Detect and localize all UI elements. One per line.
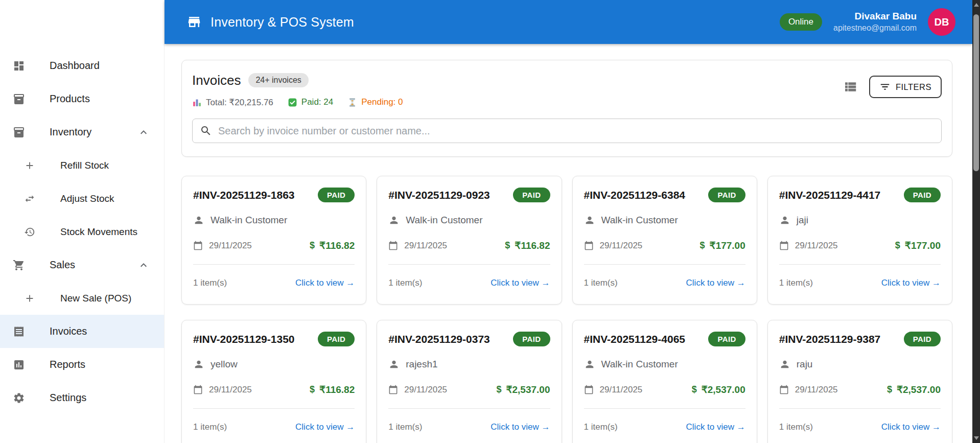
items-count: 1 item(s): [193, 422, 227, 432]
vertical-scrollbar[interactable]: [972, 0, 980, 443]
chevron-up-icon[interactable]: [137, 126, 150, 138]
items-count: 1 item(s): [584, 278, 618, 288]
sidebar-item-label: Invoices: [50, 325, 87, 337]
person-icon: [584, 359, 595, 370]
filters-button[interactable]: FILTERS: [869, 76, 942, 98]
items-count: 1 item(s): [388, 422, 422, 432]
scroll-down-arrow-icon[interactable]: [974, 436, 979, 440]
click-to-view-link[interactable]: Click to view →: [491, 422, 550, 432]
status-badge: PAID: [318, 332, 355, 346]
invoices-panel: Invoices 24+ invoices Total: ₹20,215.76 …: [181, 60, 952, 157]
divider: [388, 408, 550, 409]
items-count: 1 item(s): [584, 422, 618, 432]
dollar-icon: $: [505, 240, 510, 251]
invoice-card[interactable]: #INV-20251129-1350 PAID yellow 29/11/202…: [181, 320, 366, 443]
invoice-card[interactable]: #INV-20251129-0923 PAID Walk-in Customer…: [377, 176, 562, 305]
invoice-card[interactable]: #INV-20251129-9387 PAID raju 29/11/2025 …: [767, 320, 952, 443]
sidebar-item-label: Refill Stock: [60, 160, 109, 171]
search-box: [192, 119, 942, 143]
main-area: Inventory & POS System Online Divakar Ba…: [165, 0, 972, 443]
invoice-card[interactable]: #INV-20251129-1863 PAID Walk-in Customer…: [181, 176, 366, 305]
user-name: Divakar Babu: [833, 10, 917, 23]
person-icon: [584, 215, 595, 226]
dollar-icon: $: [700, 240, 705, 251]
search-input[interactable]: [218, 125, 934, 137]
invoice-date: 29/11/2025: [209, 385, 252, 395]
status-badge: Online: [780, 13, 822, 31]
sidebar-item-sales[interactable]: Sales: [0, 248, 164, 282]
customer-name: Walk-in Customer: [211, 215, 287, 226]
invoice-number: #INV-20251129-0373: [388, 333, 490, 345]
divider: [584, 264, 745, 265]
status-badge: PAID: [708, 188, 745, 202]
sidebar-item-label: Reports: [50, 359, 85, 370]
calendar-icon: [779, 241, 789, 250]
click-to-view-link[interactable]: Click to view →: [881, 422, 941, 432]
status-badge: PAID: [513, 188, 550, 202]
storefront-icon: [186, 14, 202, 30]
invoice-amount: ₹2,537.00: [702, 384, 745, 395]
view-list-icon[interactable]: [843, 79, 858, 95]
invoice-amount: ₹116.82: [319, 384, 355, 395]
person-icon: [779, 215, 790, 226]
sidebar-item-label: Products: [50, 93, 90, 105]
sidebar-item-reports[interactable]: Reports: [0, 348, 164, 381]
click-to-view-link[interactable]: Click to view →: [491, 278, 550, 288]
sidebar-item-dashboard[interactable]: Dashboard: [0, 49, 164, 82]
sidebar-item-new-sale-pos[interactable]: New Sale (POS): [0, 282, 164, 315]
invoice-card[interactable]: #INV-20251129-4417 PAID jaji 29/11/2025 …: [767, 176, 952, 305]
invoice-card[interactable]: #INV-20251129-6384 PAID Walk-in Customer…: [572, 176, 757, 305]
bar-chart-icon: [13, 359, 25, 371]
customer-name: Walk-in Customer: [601, 359, 678, 370]
status-badge: PAID: [318, 188, 355, 202]
hourglass-emoji-icon: [347, 98, 357, 107]
invoice-date: 29/11/2025: [404, 385, 447, 395]
content-area: Invoices 24+ invoices Total: ₹20,215.76 …: [165, 44, 972, 443]
sidebar-item-label: Stock Movements: [60, 226, 137, 238]
filters-button-label: FILTERS: [896, 82, 931, 92]
user-info: Divakar Babu apitestneo@gmail.com: [833, 10, 917, 33]
click-to-view-link[interactable]: Click to view →: [295, 422, 355, 432]
click-to-view-link[interactable]: Click to view →: [295, 278, 355, 288]
avatar[interactable]: DB: [928, 8, 955, 36]
invoice-amount: ₹177.00: [710, 240, 745, 251]
panel-heading-block: Invoices 24+ invoices Total: ₹20,215.76 …: [192, 72, 403, 108]
person-icon: [388, 359, 400, 370]
header-right-group: Online Divakar Babu apitestneo@gmail.com…: [780, 8, 955, 36]
receipt-icon: [13, 325, 25, 338]
dollar-icon: $: [692, 384, 697, 395]
status-badge: PAID: [904, 332, 941, 346]
sidebar-item-stock-movements[interactable]: Stock Movements: [0, 215, 164, 248]
history-icon: [24, 226, 35, 238]
invoice-date: 29/11/2025: [600, 241, 643, 251]
sidebar-item-label: Adjust Stock: [60, 193, 114, 204]
invoice-number: #INV-20251129-4065: [584, 333, 686, 345]
stat-pending: Pending: 0: [347, 97, 403, 107]
calendar-icon: [193, 385, 203, 394]
dollar-icon: $: [895, 240, 900, 251]
sidebar-item-inventory[interactable]: Inventory: [0, 115, 164, 149]
sidebar-item-products[interactable]: Products: [0, 82, 164, 115]
invoice-grid: #INV-20251129-1863 PAID Walk-in Customer…: [181, 176, 952, 443]
scroll-up-arrow-icon[interactable]: [974, 3, 979, 7]
sidebar-item-refill-stock[interactable]: Refill Stock: [0, 149, 164, 182]
customer-name: raju: [797, 359, 813, 370]
invoice-number: #INV-20251129-1863: [193, 189, 295, 201]
sidebar-item-invoices[interactable]: Invoices: [0, 315, 164, 348]
invoice-card[interactable]: #INV-20251129-0373 PAID rajesh1 29/11/20…: [377, 320, 562, 443]
click-to-view-link[interactable]: Click to view →: [686, 278, 745, 288]
sidebar-item-adjust-stock[interactable]: Adjust Stock: [0, 182, 164, 215]
chevron-up-icon[interactable]: [137, 259, 150, 271]
page-title: Invoices: [192, 73, 241, 88]
person-icon: [388, 215, 400, 226]
click-to-view-link[interactable]: Click to view →: [686, 422, 745, 432]
invoice-card[interactable]: #INV-20251129-4065 PAID Walk-in Customer…: [572, 320, 757, 443]
status-badge: PAID: [513, 332, 550, 346]
calendar-icon: [779, 385, 789, 394]
click-to-view-link[interactable]: Click to view →: [881, 278, 941, 288]
app-title: Inventory & POS System: [211, 15, 354, 30]
sidebar-item-settings[interactable]: Settings: [0, 381, 164, 414]
box-icon: [13, 126, 25, 138]
invoice-number: #INV-20251129-0923: [388, 189, 490, 201]
scrollbar-thumb[interactable]: [973, 14, 979, 171]
